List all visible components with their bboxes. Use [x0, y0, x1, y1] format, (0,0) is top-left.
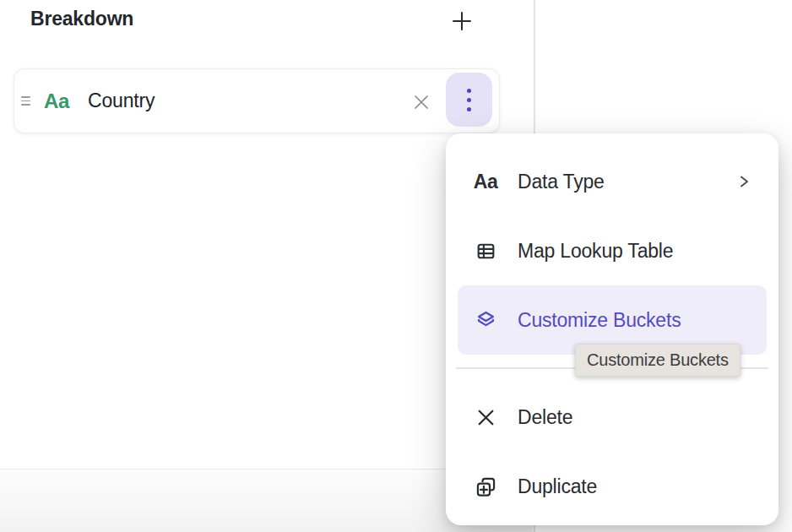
- menu-item-duplicate[interactable]: Duplicate: [446, 452, 778, 521]
- text-type-icon: Aa: [44, 90, 69, 113]
- menu-item-label: Data Type: [518, 171, 605, 193]
- breakdown-field-card[interactable]: Aa Country: [14, 68, 500, 133]
- menu-item-label: Duplicate: [518, 475, 597, 498]
- duplicate-icon: [473, 475, 498, 498]
- field-options-button[interactable]: [446, 73, 492, 127]
- add-breakdown-button[interactable]: [448, 8, 475, 35]
- kebab-menu-icon: [467, 89, 471, 111]
- plus-icon: [450, 9, 474, 33]
- table-icon: [473, 241, 498, 262]
- drag-handle-icon[interactable]: [19, 91, 32, 111]
- menu-item-data-type[interactable]: Aa Data Type: [446, 147, 778, 216]
- chevron-right-icon: [738, 175, 750, 188]
- close-icon: [412, 93, 431, 111]
- tooltip: Customize Buckets: [575, 344, 740, 377]
- tooltip-text: Customize Buckets: [587, 350, 729, 370]
- menu-item-label: Map Lookup Table: [518, 240, 673, 263]
- field-options-menu: Aa Data Type Map Lookup Table Customize …: [446, 133, 778, 525]
- stack-icon: [473, 309, 498, 332]
- text-type-icon: Aa: [473, 171, 498, 193]
- panel-title: Breakdown: [30, 8, 133, 30]
- x-icon: [473, 407, 498, 428]
- remove-field-button[interactable]: [410, 90, 433, 114]
- menu-item-delete[interactable]: Delete: [446, 383, 778, 452]
- menu-item-label: Customize Buckets: [518, 309, 681, 332]
- menu-item-map-lookup-table[interactable]: Map Lookup Table: [446, 216, 778, 285]
- field-name: Country: [88, 90, 155, 112]
- menu-item-label: Delete: [518, 406, 572, 429]
